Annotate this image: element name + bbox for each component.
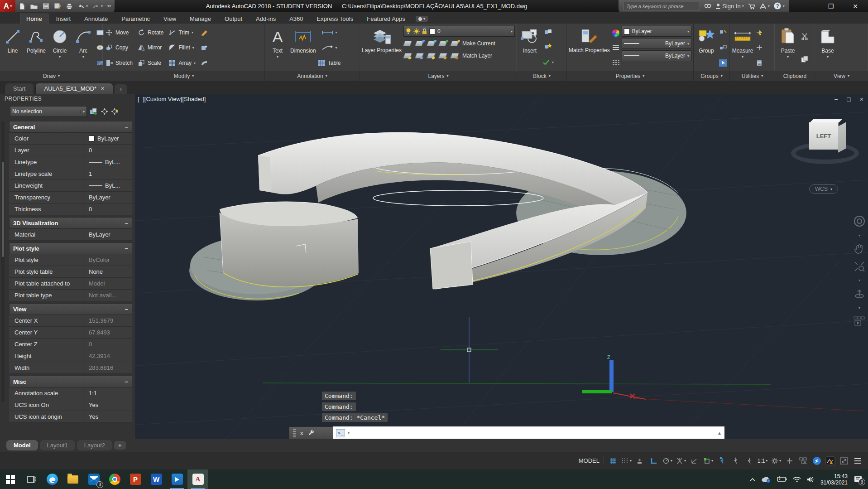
tray-expand-chevron[interactable] xyxy=(750,478,755,481)
block-edit-icon[interactable] xyxy=(544,28,552,36)
section-header-plot[interactable]: Plot style− xyxy=(9,242,132,254)
lineweight-select[interactable]: ByLayer▾ xyxy=(622,38,691,49)
make-current-icon[interactable] xyxy=(451,39,459,48)
plot-icon[interactable] xyxy=(66,3,73,10)
ribbon-display-toggle[interactable]: ⬤ ▾ xyxy=(416,16,428,22)
quick-select-palette-icon[interactable] xyxy=(111,107,120,116)
close-tab-icon[interactable]: ✕ xyxy=(101,86,105,92)
file-tab-start[interactable]: Start xyxy=(5,83,34,94)
collapse-icon[interactable]: − xyxy=(125,306,128,313)
match-layer-button[interactable]: Match Layer xyxy=(462,53,492,59)
tab-manage[interactable]: Manage xyxy=(184,14,217,24)
tab-model[interactable]: Model xyxy=(6,440,38,450)
prop-row[interactable]: Height42.3914 xyxy=(9,350,132,362)
showmotion-icon[interactable] xyxy=(854,316,865,326)
undo-button[interactable]: ▾ xyxy=(77,3,88,9)
panel-label-utilities[interactable]: Utilities▾ xyxy=(730,71,775,81)
match-properties-button[interactable]: Match Properties xyxy=(569,25,610,71)
mail-icon[interactable]: 3 xyxy=(83,470,104,489)
viewcube-front-face[interactable]: LEFT xyxy=(809,122,838,150)
stretch-button[interactable]: Stretch xyxy=(105,58,133,68)
snap-mode-toggle[interactable]: ▾ xyxy=(621,455,633,467)
volume-icon[interactable] xyxy=(807,476,815,483)
line-button[interactable]: Line xyxy=(2,25,24,71)
command-input[interactable]: >_ ▾ ▲ xyxy=(333,426,724,439)
onedrive-icon[interactable] xyxy=(761,476,771,483)
close-button[interactable]: ✕ xyxy=(853,3,858,10)
collapse-icon[interactable]: − xyxy=(125,245,128,252)
mirror-button[interactable]: Mirror xyxy=(137,42,163,53)
start-button[interactable] xyxy=(0,470,21,489)
infer-constraints-toggle[interactable] xyxy=(634,455,646,467)
command-close-icon[interactable]: x xyxy=(300,430,303,436)
insert-button[interactable]: Insert xyxy=(519,25,541,71)
prop-row[interactable]: UCS icon at originYes xyxy=(9,411,132,423)
quick-calc-icon[interactable] xyxy=(755,59,763,67)
annotation-visibility-toggle[interactable] xyxy=(716,455,728,467)
taskbar-clock[interactable]: 15:4331/03/2021 xyxy=(820,473,848,486)
section-header-misc[interactable]: Misc− xyxy=(9,376,132,387)
prop-row[interactable]: Center X151.3679 xyxy=(9,315,132,327)
layer-lock-icon[interactable] xyxy=(439,39,447,48)
group-button[interactable]: Group xyxy=(695,25,717,71)
tab-featured-apps[interactable]: Featured Apps xyxy=(361,14,411,24)
attribute-sync-icon[interactable]: ▾ xyxy=(542,57,554,68)
select-objects-icon[interactable] xyxy=(101,107,109,116)
view-cube[interactable]: LEFT xyxy=(799,119,854,173)
prop-row[interactable]: Center Z0 xyxy=(9,339,132,350)
word-icon[interactable]: W xyxy=(146,470,167,489)
group-selection-toggle-icon[interactable] xyxy=(719,59,727,67)
erase-icon[interactable] xyxy=(200,29,208,37)
prop-row[interactable]: Plot styleByColor xyxy=(9,254,132,266)
drag-handle-icon[interactable] xyxy=(293,429,296,437)
workspace-switching-gear[interactable]: ▾ xyxy=(770,455,782,467)
navigation-wheel-icon[interactable] xyxy=(854,215,865,227)
panel-label-view[interactable]: View▾ xyxy=(815,71,868,81)
prop-row[interactable]: Center Y67.8493 xyxy=(9,327,132,339)
annotation-monitor-toggle[interactable] xyxy=(784,455,796,467)
trim-button[interactable]: Trim▾ xyxy=(168,27,196,38)
wcs-menu[interactable]: WCS▾ xyxy=(809,184,838,194)
prop-row[interactable]: Plot table typeNot avail... xyxy=(9,290,132,301)
layer-freeze-icon[interactable] xyxy=(427,39,435,48)
save-as-icon[interactable] xyxy=(54,3,61,10)
powerpoint-icon[interactable]: P xyxy=(125,470,146,489)
tab-layout1[interactable]: Layout1 xyxy=(40,440,75,450)
explode-icon[interactable] xyxy=(200,44,208,52)
open-file-icon[interactable] xyxy=(30,3,38,10)
linetype-select[interactable]: ByLayer▾ xyxy=(622,50,691,61)
prop-row[interactable]: Plot style tableNone xyxy=(9,266,132,278)
drawing-viewport[interactable]: [−][Custom View][Shaded] − □ × xyxy=(135,94,868,439)
viewport-controls-label[interactable]: [−][Custom View][Shaded] xyxy=(138,96,206,102)
section-header-3d[interactable]: 3D Visualization− xyxy=(9,217,132,229)
pan-icon[interactable] xyxy=(854,244,865,255)
match-layer-icon[interactable] xyxy=(451,52,459,60)
chrome-icon[interactable] xyxy=(104,470,125,489)
minimize-button[interactable]: — xyxy=(803,3,809,10)
zoom-extents-icon[interactable] xyxy=(854,261,865,272)
tab-parametric[interactable]: Parametric xyxy=(115,14,156,24)
tab-insert[interactable]: Insert xyxy=(50,14,77,24)
panel-label-annotation[interactable]: Annotation▾ xyxy=(265,71,360,81)
restore-button[interactable]: ❒ xyxy=(828,3,834,10)
base-button[interactable]: Base▾ xyxy=(817,25,839,71)
tab-output[interactable]: Output xyxy=(219,14,248,24)
prop-row[interactable]: Plot table attached toModel xyxy=(9,278,132,290)
clean-screen-toggle[interactable] xyxy=(838,455,850,467)
copy-clip-icon[interactable] xyxy=(801,55,809,63)
task-view-button[interactable] xyxy=(21,470,42,489)
graphics-performance-toggle[interactable] xyxy=(811,455,823,467)
ungroup-icon[interactable] xyxy=(719,29,727,37)
ortho-mode-toggle[interactable] xyxy=(648,455,660,467)
prop-row[interactable]: LineweightByL... xyxy=(9,180,132,192)
prop-row[interactable]: MaterialByLayer xyxy=(9,229,132,241)
prop-row[interactable]: Linetype scale1 xyxy=(9,168,132,180)
tab-a360[interactable]: A360 xyxy=(283,14,309,24)
viewcube-side-face[interactable] xyxy=(838,122,846,153)
linear-dim-tool[interactable]: ▾ xyxy=(321,27,337,38)
vp-minimize-button[interactable]: − xyxy=(834,96,838,103)
prop-row[interactable]: LinetypeByL... xyxy=(9,156,132,168)
new-drawing-tab-button[interactable]: + xyxy=(115,84,127,94)
offset-icon[interactable] xyxy=(200,59,208,67)
collapse-icon[interactable]: − xyxy=(125,378,128,385)
